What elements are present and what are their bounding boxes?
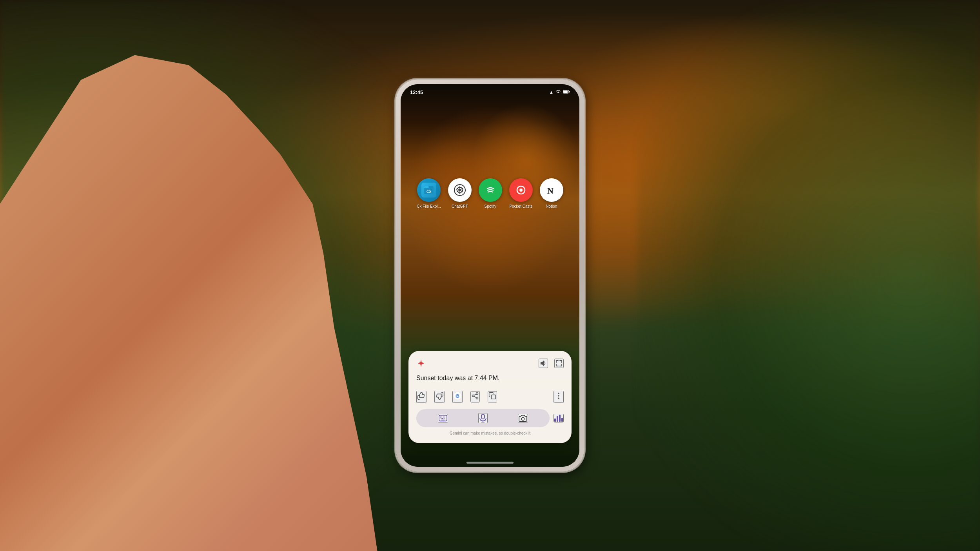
share-button[interactable] [470,391,480,402]
more-options-button[interactable] [554,391,564,403]
camera-button[interactable] [518,414,528,422]
keyboard-icon [439,415,447,422]
app-item-cx-file[interactable]: CX Cx File Expl... [417,178,441,208]
keyboard-button[interactable] [438,414,448,422]
app-row: CX Cx File Expl... [401,178,579,208]
google-search-button[interactable]: G [452,391,463,403]
google-g-icon: G [453,392,462,400]
battery-icon [563,90,570,94]
notion-icon-wrap[interactable]: N [540,178,563,202]
signal-icon: ▲ [549,90,554,94]
more-icon [554,392,563,400]
thumbs-down-button[interactable] [434,391,445,403]
status-time: 12:45 [410,89,423,95]
microphone-icon [479,414,487,422]
svg-line-18 [474,396,476,397]
svg-point-23 [558,398,559,399]
gemini-actions: G [416,391,564,403]
thumbs-down-icon [435,392,444,400]
cx-file-icon-wrap[interactable]: CX [417,178,441,202]
app-item-chatgpt[interactable]: ChatGPT [448,178,472,208]
gemini-star-icon [416,359,426,368]
thumbs-up-icon [417,392,426,400]
notion-icon: N [544,183,559,197]
tts-button[interactable] [539,359,548,368]
chatgpt-icon [453,183,467,197]
input-bar [416,409,564,427]
svg-point-15 [476,393,478,395]
thumbs-up-button[interactable] [416,391,426,403]
status-bar: 12:45 ▲ [401,84,579,100]
copy-icon [488,392,496,400]
spotify-icon-wrap[interactable] [479,178,502,202]
spotify-label: Spotify [485,204,497,208]
svg-text:N: N [547,186,554,196]
home-bar [466,462,514,464]
notion-label: Notion [546,204,557,208]
svg-point-22 [558,395,559,397]
wifi-icon [555,90,561,94]
pocket-casts-icon-wrap[interactable] [509,178,533,202]
expand-icon [555,359,563,367]
background-green-right [637,0,980,551]
svg-point-17 [476,397,478,399]
phone: 12:45 ▲ [396,80,584,471]
input-pill[interactable] [416,409,550,427]
expand-button[interactable] [554,359,564,368]
voice-visualization-button[interactable] [554,414,564,422]
svg-line-19 [474,394,476,395]
phone-screen: 12:45 ▲ [401,84,579,467]
pocket-casts-label: Pocket Casts [509,204,532,208]
chatgpt-label: ChatGPT [452,204,468,208]
gemini-header-icons [539,359,564,368]
svg-rect-32 [481,414,485,419]
gemini-response-text: Sunset today was at 7:44 PM. [416,373,564,383]
svg-point-10 [519,188,523,192]
scene: 12:45 ▲ [0,0,980,551]
spotify-icon [483,183,497,197]
chatgpt-icon-wrap[interactable] [448,178,472,202]
svg-rect-1 [569,91,570,92]
svg-rect-2 [563,91,568,93]
app-item-notion[interactable]: N Notion [540,178,563,208]
svg-point-21 [558,393,559,394]
gemini-card-header [416,359,564,368]
pocket-casts-icon [514,183,528,197]
phone-frame: 12:45 ▲ [396,80,584,471]
microphone-button[interactable] [478,413,488,423]
svg-point-35 [522,417,524,420]
gemini-card: Sunset today was at 7:44 PM. [408,351,572,443]
cx-file-icon: CX [421,183,436,198]
gemini-disclaimer: Gemini can make mistakes, so double-chec… [416,431,564,435]
bars-chart-icon [554,415,563,422]
share-icon [471,392,479,400]
action-icons-left: G [416,391,497,403]
cx-file-label: Cx File Expl... [417,204,441,208]
svg-text:CX: CX [426,190,432,194]
sound-icon [539,359,547,367]
app-item-spotify[interactable]: Spotify [479,178,502,208]
svg-rect-20 [492,395,496,399]
status-icons: ▲ [549,90,570,94]
camera-icon [519,415,527,422]
app-item-pocket-casts[interactable]: Pocket Casts [509,178,533,208]
copy-button[interactable] [488,391,497,402]
svg-point-16 [472,395,474,397]
